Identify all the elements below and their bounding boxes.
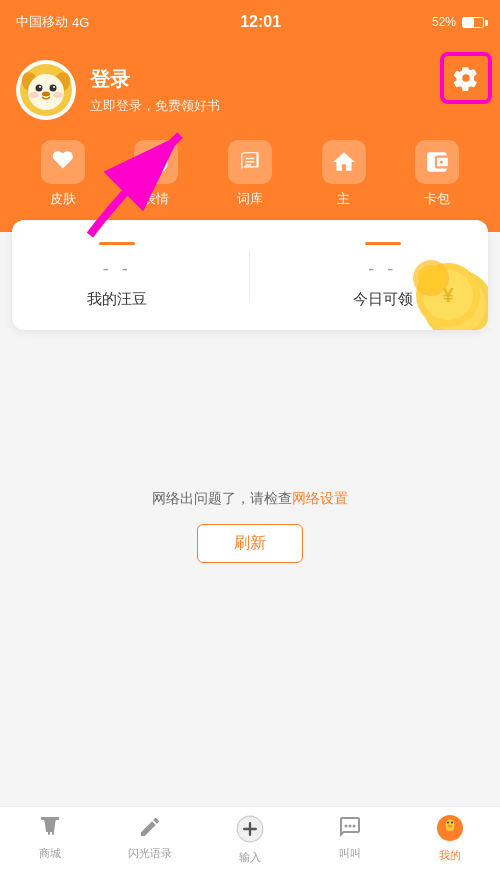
aiai-icon — [338, 815, 362, 843]
input-icon — [236, 815, 264, 847]
svg-point-8 — [42, 92, 50, 97]
svg-point-10 — [53, 92, 63, 98]
network-settings-link[interactable]: 网络设置 — [292, 490, 348, 506]
svg-rect-22 — [41, 817, 59, 820]
today-value: - - — [368, 259, 397, 280]
skin-label: 皮肤 — [50, 190, 76, 208]
svg-point-11 — [146, 151, 168, 173]
refresh-button[interactable]: 刷新 — [197, 524, 303, 563]
tab-flash[interactable]: 闪光语录 — [100, 815, 200, 861]
svg-point-32 — [451, 822, 453, 824]
nav-item-wordbook[interactable]: 词库 — [228, 140, 272, 208]
expression-label: 表情 — [143, 190, 169, 208]
expression-icon — [134, 140, 178, 184]
svg-point-7 — [53, 86, 55, 88]
aiai-label: 叫叫 — [339, 846, 361, 861]
battery-label: 52% — [432, 15, 456, 29]
avatar-dog — [20, 64, 72, 116]
tab-shop[interactable]: 商城 — [0, 815, 100, 861]
nav-icons-row: 皮肤 表情 词库 — [16, 140, 484, 208]
svg-point-12 — [151, 158, 154, 161]
wordbook-icon — [228, 140, 272, 184]
battery-icon — [462, 17, 484, 28]
settings-button[interactable] — [440, 52, 492, 104]
nav-item-wallet[interactable]: 卡包 — [415, 140, 459, 208]
svg-point-21 — [418, 265, 444, 291]
tab-bar: 商城 闪光语录 输入 叫叫 — [0, 806, 500, 889]
network-label: 4G — [72, 15, 89, 30]
svg-point-26 — [353, 825, 356, 828]
mine-label: 我的 — [439, 848, 461, 863]
flash-label: 闪光语录 — [128, 846, 172, 861]
beans-value: - - — [103, 259, 132, 280]
wallet-icon — [415, 140, 459, 184]
tab-aiai[interactable]: 叫叫 — [300, 815, 400, 861]
network-error-text: 网络出问题了，请检查网络设置 — [152, 490, 348, 508]
gear-icon — [453, 65, 479, 91]
wordbook-label: 词库 — [237, 190, 263, 208]
orange-line-right — [365, 242, 401, 245]
my-beans-item[interactable]: - - 我的汪豆 — [87, 242, 147, 309]
user-info-row[interactable]: 登录 立即登录，免费领好书 — [16, 60, 484, 120]
nav-item-host[interactable]: 主 — [322, 140, 366, 208]
tab-mine[interactable]: 我的 — [400, 815, 500, 863]
svg-point-6 — [39, 86, 41, 88]
skin-icon — [41, 140, 85, 184]
status-right: 52% — [432, 15, 484, 29]
beans-card: - - 我的汪豆 - - 今日可领 ¥ — [12, 220, 488, 330]
svg-point-24 — [345, 825, 348, 828]
avatar[interactable] — [16, 60, 76, 120]
shop-label: 商城 — [39, 846, 61, 861]
shop-icon — [38, 815, 62, 843]
svg-point-9 — [29, 92, 39, 98]
tab-input[interactable]: 输入 — [200, 815, 300, 865]
svg-point-5 — [50, 85, 57, 92]
input-label: 输入 — [239, 850, 261, 865]
wallet-label: 卡包 — [424, 190, 450, 208]
svg-point-4 — [36, 85, 43, 92]
header-area: 登录 立即登录，免费领好书 皮肤 表情 — [0, 44, 500, 232]
beans-label: 我的汪豆 — [87, 290, 147, 309]
carrier-label: 中国移动 — [16, 13, 68, 31]
orange-line-left — [99, 242, 135, 245]
nav-item-skin[interactable]: 皮肤 — [41, 140, 85, 208]
svg-point-13 — [159, 158, 162, 161]
mine-icon — [437, 815, 463, 845]
nav-item-expression[interactable]: 表情 — [134, 140, 178, 208]
gold-coin-decoration: ¥ — [403, 250, 488, 330]
host-label: 主 — [337, 190, 350, 208]
main-content: 网络出问题了，请检查网络设置 刷新 — [0, 330, 500, 583]
login-text: 登录 — [90, 66, 220, 93]
svg-point-33 — [448, 825, 453, 828]
network-error-section: 网络出问题了，请检查网络设置 刷新 — [152, 490, 348, 563]
svg-point-31 — [447, 822, 449, 824]
svg-point-25 — [349, 825, 352, 828]
flash-icon — [138, 815, 162, 843]
status-bar: 中国移动 4G 12:01 52% — [0, 0, 500, 44]
error-message: 网络出问题了，请检查 — [152, 490, 292, 506]
card-divider — [249, 250, 250, 300]
time-label: 12:01 — [240, 13, 281, 31]
user-text-block: 登录 立即登录，免费领好书 — [90, 66, 220, 115]
status-left: 中国移动 4G — [16, 13, 89, 31]
host-icon — [322, 140, 366, 184]
login-subtitle: 立即登录，免费领好书 — [90, 97, 220, 115]
